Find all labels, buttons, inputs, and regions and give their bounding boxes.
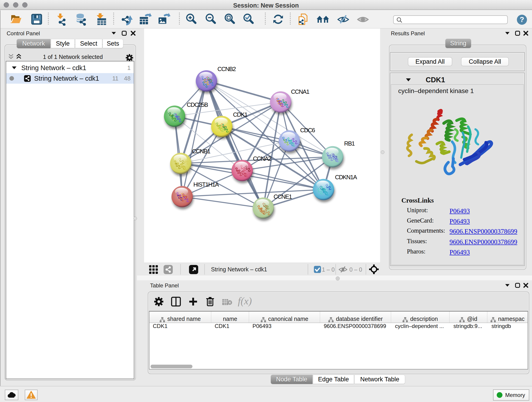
- svg-text:RB1: RB1: [344, 140, 355, 147]
- svg-text:CCNE1: CCNE1: [273, 193, 292, 200]
- svg-text:CDKN1A: CDKN1A: [335, 174, 357, 181]
- svg-text:CDK1: CDK1: [233, 111, 247, 118]
- svg-text:HIST1H1A: HIST1H1A: [193, 181, 219, 188]
- svg-text:CCNB1: CCNB1: [192, 148, 210, 155]
- svg-text:CCNB2: CCNB2: [217, 65, 236, 72]
- svg-text:CCNA1: CCNA1: [291, 88, 309, 95]
- svg-text:CDC6: CDC6: [300, 127, 315, 134]
- svg-text:CCNA2: CCNA2: [253, 155, 271, 162]
- svg-text:CDC25B: CDC25B: [187, 101, 208, 108]
- svg-text:?: ?: [520, 15, 524, 24]
